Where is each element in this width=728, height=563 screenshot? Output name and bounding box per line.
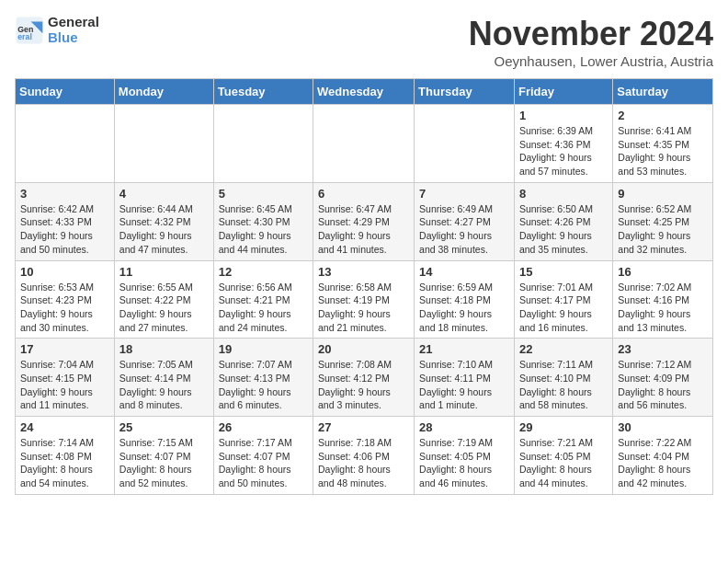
calendar-cell: 1Sunrise: 6:39 AM Sunset: 4:36 PM Daylig… [514, 105, 612, 183]
weekday-header-wednesday: Wednesday [313, 79, 415, 105]
day-number: 3 [20, 187, 109, 201]
day-number: 21 [419, 342, 509, 356]
calendar-cell: 28Sunrise: 7:19 AM Sunset: 4:05 PM Dayli… [415, 417, 515, 495]
calendar-cell: 24Sunrise: 7:14 AM Sunset: 4:08 PM Dayli… [16, 417, 115, 495]
logo-icon: Gen eral [15, 16, 44, 45]
week-row-5: 24Sunrise: 7:14 AM Sunset: 4:08 PM Dayli… [16, 417, 713, 495]
calendar-cell: 5Sunrise: 6:45 AM Sunset: 4:30 PM Daylig… [213, 182, 313, 260]
calendar-table: SundayMondayTuesdayWednesdayThursdayFrid… [15, 78, 713, 495]
calendar-cell: 23Sunrise: 7:12 AM Sunset: 4:09 PM Dayli… [613, 339, 713, 417]
svg-text:eral: eral [17, 32, 32, 41]
day-number: 1 [519, 109, 608, 122]
calendar-cell [415, 105, 515, 183]
week-row-1: 1Sunrise: 6:39 AM Sunset: 4:36 PM Daylig… [16, 105, 713, 183]
calendar-cell: 17Sunrise: 7:04 AM Sunset: 4:15 PM Dayli… [16, 339, 115, 417]
day-info: Sunrise: 7:11 AM Sunset: 4:10 PM Dayligh… [519, 358, 608, 412]
weekday-header-row: SundayMondayTuesdayWednesdayThursdayFrid… [16, 79, 713, 105]
calendar-cell: 19Sunrise: 7:07 AM Sunset: 4:13 PM Dayli… [213, 339, 313, 417]
calendar-cell: 11Sunrise: 6:55 AM Sunset: 4:22 PM Dayli… [114, 260, 213, 339]
day-info: Sunrise: 7:22 AM Sunset: 4:04 PM Dayligh… [618, 436, 708, 490]
day-number: 12 [219, 265, 308, 279]
day-info: Sunrise: 6:39 AM Sunset: 4:36 PM Dayligh… [519, 124, 608, 178]
day-number: 13 [318, 265, 409, 279]
day-number: 22 [519, 342, 608, 356]
day-info: Sunrise: 7:01 AM Sunset: 4:17 PM Dayligh… [519, 281, 608, 335]
calendar-cell: 30Sunrise: 7:22 AM Sunset: 4:04 PM Dayli… [613, 417, 713, 495]
day-number: 14 [419, 265, 509, 279]
day-info: Sunrise: 7:19 AM Sunset: 4:05 PM Dayligh… [419, 436, 509, 490]
calendar-cell [16, 105, 115, 183]
calendar-cell [213, 105, 313, 183]
logo: Gen eral General Blue [15, 15, 99, 45]
calendar-cell [313, 105, 415, 183]
calendar-cell: 29Sunrise: 7:21 AM Sunset: 4:05 PM Dayli… [514, 417, 612, 495]
day-info: Sunrise: 6:49 AM Sunset: 4:27 PM Dayligh… [419, 202, 509, 257]
calendar-cell: 8Sunrise: 6:50 AM Sunset: 4:26 PM Daylig… [514, 182, 612, 260]
day-number: 11 [119, 265, 209, 279]
calendar-cell: 26Sunrise: 7:17 AM Sunset: 4:07 PM Dayli… [213, 417, 313, 495]
day-info: Sunrise: 7:08 AM Sunset: 4:12 PM Dayligh… [318, 358, 409, 412]
day-number: 16 [618, 265, 708, 279]
week-row-2: 3Sunrise: 6:42 AM Sunset: 4:33 PM Daylig… [16, 182, 713, 260]
week-row-4: 17Sunrise: 7:04 AM Sunset: 4:15 PM Dayli… [16, 339, 713, 417]
month-title: November 2024 [469, 15, 713, 53]
day-number: 17 [20, 342, 109, 356]
day-info: Sunrise: 7:02 AM Sunset: 4:16 PM Dayligh… [618, 281, 708, 335]
day-info: Sunrise: 6:55 AM Sunset: 4:22 PM Dayligh… [119, 281, 209, 335]
calendar-cell: 20Sunrise: 7:08 AM Sunset: 4:12 PM Dayli… [313, 339, 415, 417]
day-number: 10 [20, 265, 109, 279]
day-number: 7 [419, 187, 509, 201]
calendar-cell: 22Sunrise: 7:11 AM Sunset: 4:10 PM Dayli… [514, 339, 612, 417]
calendar-cell: 12Sunrise: 6:56 AM Sunset: 4:21 PM Dayli… [213, 260, 313, 339]
day-info: Sunrise: 6:50 AM Sunset: 4:26 PM Dayligh… [519, 202, 608, 257]
calendar-cell [114, 105, 213, 183]
calendar-cell: 4Sunrise: 6:44 AM Sunset: 4:32 PM Daylig… [114, 182, 213, 260]
day-info: Sunrise: 6:47 AM Sunset: 4:29 PM Dayligh… [318, 202, 409, 257]
day-info: Sunrise: 6:58 AM Sunset: 4:19 PM Dayligh… [318, 281, 409, 335]
weekday-header-thursday: Thursday [415, 79, 515, 105]
weekday-header-saturday: Saturday [613, 79, 713, 105]
weekday-header-sunday: Sunday [16, 79, 115, 105]
day-number: 15 [519, 265, 608, 279]
day-number: 20 [318, 342, 409, 356]
day-number: 8 [519, 187, 608, 201]
calendar-cell: 14Sunrise: 6:59 AM Sunset: 4:18 PM Dayli… [415, 260, 515, 339]
day-info: Sunrise: 7:12 AM Sunset: 4:09 PM Dayligh… [618, 358, 708, 412]
day-number: 27 [318, 420, 409, 434]
day-number: 2 [618, 109, 708, 122]
day-info: Sunrise: 6:52 AM Sunset: 4:25 PM Dayligh… [618, 202, 708, 257]
weekday-header-monday: Monday [114, 79, 213, 105]
day-info: Sunrise: 7:05 AM Sunset: 4:14 PM Dayligh… [119, 358, 209, 412]
calendar-cell: 9Sunrise: 6:52 AM Sunset: 4:25 PM Daylig… [613, 182, 713, 260]
day-info: Sunrise: 7:17 AM Sunset: 4:07 PM Dayligh… [219, 436, 308, 490]
day-info: Sunrise: 7:14 AM Sunset: 4:08 PM Dayligh… [20, 436, 109, 490]
week-row-3: 10Sunrise: 6:53 AM Sunset: 4:23 PM Dayli… [16, 260, 713, 339]
calendar-cell: 27Sunrise: 7:18 AM Sunset: 4:06 PM Dayli… [313, 417, 415, 495]
day-info: Sunrise: 7:15 AM Sunset: 4:07 PM Dayligh… [119, 436, 209, 490]
day-number: 9 [618, 187, 708, 201]
day-info: Sunrise: 6:59 AM Sunset: 4:18 PM Dayligh… [419, 281, 509, 335]
day-number: 18 [119, 342, 209, 356]
location: Oeynhausen, Lower Austria, Austria [469, 53, 713, 69]
calendar-cell: 10Sunrise: 6:53 AM Sunset: 4:23 PM Dayli… [16, 260, 115, 339]
day-info: Sunrise: 7:04 AM Sunset: 4:15 PM Dayligh… [20, 358, 109, 412]
calendar-cell: 3Sunrise: 6:42 AM Sunset: 4:33 PM Daylig… [16, 182, 115, 260]
calendar-cell: 18Sunrise: 7:05 AM Sunset: 4:14 PM Dayli… [114, 339, 213, 417]
day-number: 24 [20, 420, 109, 434]
day-info: Sunrise: 6:44 AM Sunset: 4:32 PM Dayligh… [119, 202, 209, 257]
day-info: Sunrise: 6:41 AM Sunset: 4:35 PM Dayligh… [618, 124, 708, 178]
day-number: 6 [318, 187, 409, 201]
title-block: November 2024 Oeynhausen, Lower Austria,… [469, 15, 713, 69]
day-info: Sunrise: 6:53 AM Sunset: 4:23 PM Dayligh… [20, 281, 109, 335]
weekday-header-friday: Friday [514, 79, 612, 105]
day-number: 29 [519, 420, 608, 434]
day-number: 23 [618, 342, 708, 356]
day-number: 5 [219, 187, 308, 201]
day-number: 28 [419, 420, 509, 434]
calendar-cell: 21Sunrise: 7:10 AM Sunset: 4:11 PM Dayli… [415, 339, 515, 417]
page-header: Gen eral General Blue November 2024 Oeyn… [15, 15, 713, 69]
calendar-cell: 15Sunrise: 7:01 AM Sunset: 4:17 PM Dayli… [514, 260, 612, 339]
calendar-cell: 16Sunrise: 7:02 AM Sunset: 4:16 PM Dayli… [613, 260, 713, 339]
calendar-cell: 2Sunrise: 6:41 AM Sunset: 4:35 PM Daylig… [613, 105, 713, 183]
calendar-cell: 7Sunrise: 6:49 AM Sunset: 4:27 PM Daylig… [415, 182, 515, 260]
